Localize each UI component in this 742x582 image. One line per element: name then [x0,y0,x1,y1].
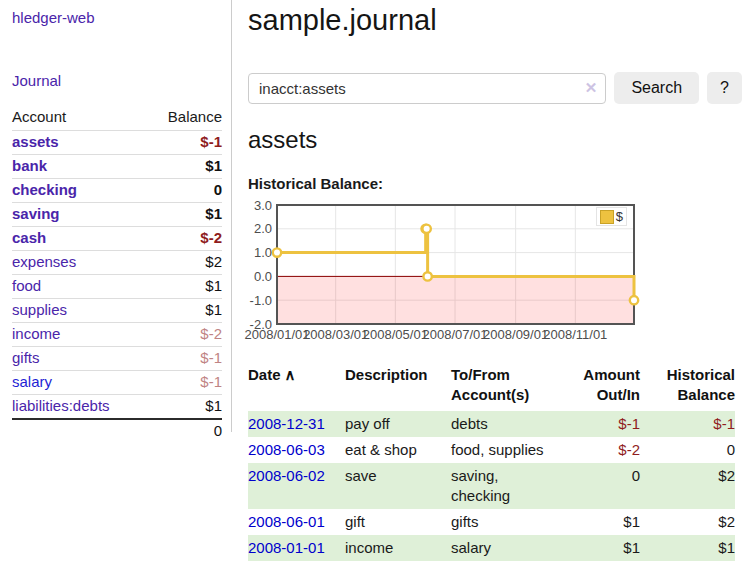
account-balance: $1 [142,395,222,420]
account-balance: 0 [142,179,222,203]
account-balance: $-1 [142,131,222,155]
svg-text:2.0: 2.0 [254,221,272,236]
account-row-salary: salary $-1 [12,371,222,395]
transaction-date-link[interactable]: 2008-01-01 [248,539,325,556]
transaction-description: save [345,463,451,509]
transaction-amount: $-1 [565,411,641,437]
transaction-accounts: salary [451,535,565,561]
transaction-amount: $1 [565,509,641,535]
transaction-date-link[interactable]: 2008-06-03 [248,441,325,458]
register-header-date[interactable]: Date∧ [248,363,345,411]
transaction-balance: $1 [641,535,735,561]
transaction-description: pay off [345,411,451,437]
account-link-salary[interactable]: salary [12,373,52,390]
transaction-description: eat & shop [345,437,451,463]
account-link-saving[interactable]: saving [12,205,60,222]
account-balance: $1 [142,203,222,227]
help-button[interactable]: ? [707,72,742,104]
account-link-liabilities-debts[interactable]: liabilities:debts [12,397,110,414]
transaction-description: gift [345,509,451,535]
account-heading: assets [248,126,742,154]
search-input[interactable] [248,73,606,104]
account-balance: $-1 [142,347,222,371]
account-link-supplies[interactable]: supplies [12,301,67,318]
chart-legend: $ [596,207,627,226]
transaction-date-link[interactable]: 2008-06-02 [248,467,325,484]
svg-text:2008/01/01: 2008/01/01 [244,327,309,342]
account-link-gifts[interactable]: gifts [12,349,40,366]
register-row: 2008-01-01 income salary $1 $1 [248,535,735,561]
svg-text:0.0: 0.0 [254,269,272,284]
clear-search-icon[interactable]: ✕ [585,79,598,97]
account-row-assets: assets $-1 [12,131,222,155]
series-swatch-icon [600,210,614,224]
accounts-total-row: 0 [12,419,222,443]
account-link-checking[interactable]: checking [12,181,77,198]
register-row: 2008-06-03 eat & shop food, supplies $-2… [248,437,735,463]
transaction-accounts: saving, checking [451,463,565,509]
transaction-balance: $2 [641,509,735,535]
account-balance: $1 [142,155,222,179]
sidebar-item-journal[interactable]: Journal [12,72,231,89]
register-row: 2008-12-31 pay off debts $-1 $-1 [248,411,735,437]
transaction-amount: $1 [565,535,641,561]
account-row-expenses: expenses $2 [12,251,222,275]
account-balance: $1 [142,299,222,323]
search-form: ✕ Search ? [248,72,742,104]
register-header-description: Description [345,363,451,411]
sort-asc-icon: ∧ [285,366,296,383]
transaction-balance: $-1 [641,411,735,437]
account-balance: $-2 [142,323,222,347]
account-balance: $-1 [142,371,222,395]
accounts-header-balance: Balance [142,105,222,131]
account-row-income: income $-2 [12,323,222,347]
account-row-bank: bank $1 [12,155,222,179]
main-panel: sample.journal ✕ Search ? assets Histori… [232,0,742,561]
balance-chart: 3.02.01.00.0-1.0-2.02008/01/012008/03/01… [248,203,640,349]
svg-text:2008/05/01: 2008/05/01 [363,327,428,342]
search-button[interactable]: Search [614,72,699,104]
register-table: Date∧ Description To/From Account(s) Amo… [248,363,735,561]
transaction-date-link[interactable]: 2008-06-01 [248,513,325,530]
account-link-expenses[interactable]: expenses [12,253,76,270]
page-title: sample.journal [248,4,742,37]
svg-text:1.0: 1.0 [254,245,272,260]
account-row-supplies: supplies $1 [12,299,222,323]
svg-text:3.0: 3.0 [254,198,272,213]
transaction-accounts: gifts [451,509,565,535]
accounts-total-value: 0 [142,419,222,443]
accounts-table: Account Balance assets $-1 bank $1 check… [12,105,222,443]
series-label: $ [616,209,623,224]
register-header-row: Date∧ Description To/From Account(s) Amo… [248,363,735,411]
transaction-balance: 0 [641,437,735,463]
account-row-checking: checking 0 [12,179,222,203]
accounts-header-row: Account Balance [12,105,222,131]
account-balance: $-2 [142,227,222,251]
transaction-amount: 0 [565,463,641,509]
register-row: 2008-06-01 gift gifts $1 $2 [248,509,735,535]
account-balance: $2 [142,251,222,275]
transaction-accounts: debts [451,411,565,437]
register-row: 2008-06-02 save saving, checking 0 $2 [248,463,735,509]
account-link-assets[interactable]: assets [12,133,59,150]
account-row-saving: saving $1 [12,203,222,227]
sidebar: hledger-web Journal Account Balance asse… [0,0,232,432]
account-balance: $1 [142,275,222,299]
transaction-date-link[interactable]: 2008-12-31 [248,415,325,432]
register-header-balance: Historical Balance [641,363,735,411]
register-header-accounts: To/From Account(s) [451,363,565,411]
svg-text:2008/11/01: 2008/11/01 [543,327,607,342]
account-link-bank[interactable]: bank [12,157,47,174]
transaction-amount: $-2 [565,437,641,463]
transaction-balance: $2 [641,463,735,509]
svg-text:2008/07/01: 2008/07/01 [422,327,487,342]
transaction-accounts: food, supplies [451,437,565,463]
account-row-cash: cash $-2 [12,227,222,251]
account-link-cash[interactable]: cash [12,229,46,246]
journal-link-label[interactable]: Journal [12,72,61,89]
app-brand-label[interactable]: hledger-web [12,9,95,26]
account-link-food[interactable]: food [12,277,41,294]
svg-text:-1.0: -1.0 [250,293,272,308]
account-link-income[interactable]: income [12,325,60,342]
app-brand-link[interactable]: hledger-web [12,9,231,26]
